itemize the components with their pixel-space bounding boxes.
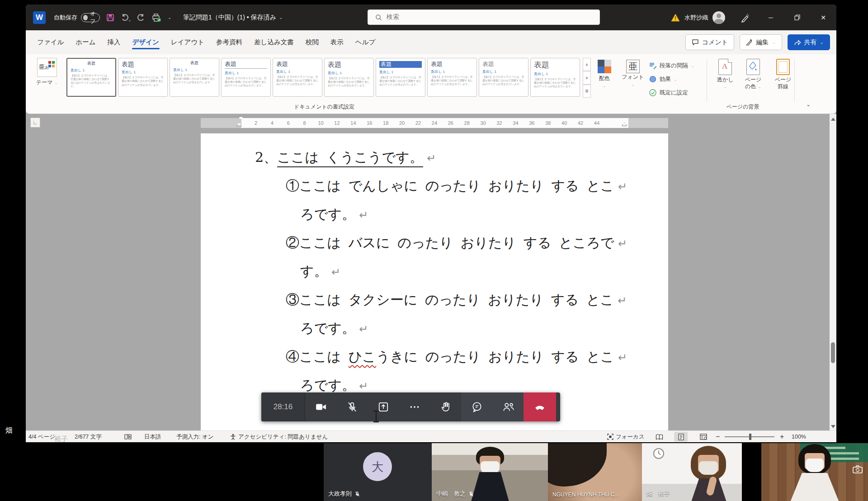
tab-デザイン[interactable]: デザイン — [127, 34, 165, 50]
paragraph-spacing-button[interactable]: 段落の間隔⌄ — [649, 60, 702, 71]
view-web-layout[interactable] — [697, 431, 710, 442]
page-indicator[interactable]: 4/4 ページ — [28, 431, 55, 442]
watermark-button[interactable]: A 透かし⌄ — [712, 59, 738, 90]
hangup-button[interactable] — [524, 392, 556, 421]
participant-tile[interactable]: NGUYEN HUYNH THU C... — [548, 443, 642, 501]
style-set-thumbnail[interactable]: 表題見出し 1【挿入】タブのギャラリーには、文書全体の体裁に合わせて調整するため… — [530, 58, 580, 97]
document-line: ④ここは ひこうきに のったり おりたり する とこ↵ — [286, 348, 627, 366]
style-set-thumbnail[interactable]: 表題見出し 1【挿入】タブのギャラリーには、文書全体の体裁に合わせて調整するため… — [427, 58, 477, 97]
participant-tile[interactable]: 大 大政孝則 — [324, 443, 432, 501]
style-set-thumbnail[interactable]: 表題見出し 1【挿入】タブのギャラリーには、文書全体の体裁に合わせて調整するため… — [479, 58, 528, 97]
mic-button[interactable] — [336, 392, 368, 421]
tab-差し込み文書[interactable]: 差し込み文書 — [248, 34, 300, 50]
horizontal-ruler[interactable]: 2468101214161820222426283032343638404244 — [201, 118, 668, 128]
tab-ファイル[interactable]: ファイル — [31, 34, 70, 50]
participant-tile[interactable]: 中嶋 教之 — [432, 443, 548, 501]
text-prediction-indicator[interactable]: 予測入力: オン — [176, 431, 214, 442]
share-button[interactable]: 共有⌄ — [788, 34, 830, 50]
search-input[interactable]: 検索 — [368, 9, 600, 25]
switch-camera-icon[interactable] — [852, 464, 863, 475]
document-line: ろです。↵ — [300, 319, 368, 338]
zoom-level[interactable]: 100% — [792, 431, 806, 442]
checkmark-icon — [649, 89, 657, 97]
word-logo-icon[interactable]: W — [33, 5, 46, 30]
toggle-switch[interactable]: オフ — [81, 13, 100, 22]
scrollbar-thumb[interactable] — [831, 342, 835, 363]
gallery-scroll-up[interactable]: ∧ — [583, 58, 591, 71]
zoom-in-button[interactable]: + — [780, 431, 784, 442]
focus-mode-button[interactable]: フォーカス — [607, 431, 645, 442]
language-indicator[interactable]: 日本語 — [144, 431, 161, 442]
ribbon-tab-row: ファイルホーム挿入デザインレイアウト参考資料差し込み文書校閲表示ヘルプ コメント… — [26, 30, 836, 54]
qat-more-icon[interactable]: ⌄ — [168, 15, 171, 20]
redo-icon[interactable] — [137, 14, 145, 22]
zoom-slider-thumb[interactable] — [749, 434, 751, 440]
document-title[interactable]: 筆記問題1（中国）(1) • 保存済み⌄ — [183, 5, 283, 30]
raise-hand-button[interactable] — [430, 392, 461, 421]
view-read-mode[interactable] — [652, 431, 666, 442]
set-as-default-button[interactable]: 既定に設定 — [649, 87, 702, 99]
restore-button[interactable] — [784, 5, 810, 30]
people-button[interactable] — [492, 392, 524, 421]
save-icon[interactable] — [106, 14, 114, 22]
account-area[interactable]: 水野沙織 — [671, 11, 725, 24]
left-indent-marker[interactable] — [237, 123, 241, 126]
vertical-scrollbar[interactable] — [830, 114, 836, 430]
gallery-more-icon[interactable]: ≣ — [583, 85, 591, 98]
style-set-gallery[interactable]: 表題見出し 1【挿入】タブのギャラリーには、文書全体の体裁に合わせて調整するため… — [66, 58, 581, 98]
camera-button[interactable] — [305, 392, 336, 421]
mic-muted-icon — [346, 401, 358, 413]
minimize-button[interactable]: ─ — [758, 5, 784, 30]
style-set-thumbnail[interactable]: 表題見出し 1【挿入】タブのギャラリーには、文書全体の体裁に合わせて調整するため… — [118, 58, 168, 97]
style-set-thumbnail[interactable]: 表題見出し 1【挿入】タブのギャラリーには、文書全体の体裁に合わせて調整するため… — [324, 58, 374, 97]
theme-fonts-button[interactable]: 亜 フォント⌄ — [621, 60, 645, 87]
themes-button[interactable]: 亜あ テーマ ⌄ — [34, 58, 60, 86]
effects-button[interactable]: 効果⌄ — [649, 73, 702, 85]
coaching-pen-icon[interactable] — [731, 5, 758, 30]
tab-ホーム[interactable]: ホーム — [70, 34, 101, 50]
print-icon[interactable] — [151, 13, 161, 22]
accessibility-status[interactable]: アクセシビリティ: 問題ありません — [230, 431, 328, 442]
scroll-down-icon[interactable] — [831, 425, 835, 428]
colors-icon — [598, 60, 611, 73]
scroll-up-icon[interactable] — [831, 118, 835, 121]
participant-tile[interactable] — [761, 443, 868, 501]
comment-icon — [692, 39, 699, 46]
tab-参考資料[interactable]: 参考資料 — [210, 34, 248, 50]
autosave-toggle[interactable]: 自動保存 オフ — [54, 5, 100, 30]
comments-button[interactable]: コメント — [685, 34, 734, 50]
undo-icon[interactable] — [121, 14, 131, 22]
style-set-thumbnail[interactable]: 表題見出し 1【挿入】タブのギャラリーには、文書全体の体裁に合わせて調整するため… — [273, 58, 322, 97]
chat-button[interactable] — [461, 392, 492, 421]
page-color-button[interactable]: ページの色 ⌄ — [740, 59, 766, 90]
mic-muted-icon — [468, 491, 474, 497]
proofing-icon[interactable] — [124, 431, 132, 442]
tab-レイアウト[interactable]: レイアウト — [165, 34, 210, 50]
theme-colors-button[interactable]: 配色⌄ — [592, 60, 617, 89]
collapse-ribbon-icon[interactable]: ⌄ — [806, 101, 811, 108]
tab-表示[interactable]: 表示 — [325, 34, 349, 50]
tab-ヘルプ[interactable]: ヘルプ — [349, 34, 382, 50]
editing-mode-button[interactable]: 編集⌄ — [740, 34, 782, 50]
style-set-thumbnail[interactable]: 表題見出し 1【挿入】タブのギャラリーには、文書全体の体裁に合わせて調整するため… — [66, 58, 116, 97]
page-color-icon — [746, 59, 760, 75]
style-set-thumbnail[interactable]: 表題見出し 1【挿入】タブのギャラリーには、文書全体の体裁に合わせて調整するため… — [221, 58, 271, 97]
style-set-thumbnail[interactable]: 表題見出し 1【挿入】タブのギャラリーには、文書全体の体裁に合わせて調整するため… — [376, 58, 425, 97]
document-page[interactable]: 2、ここは くうこうです。↵①ここは でんしゃに のったり おりたり する とこ… — [201, 133, 668, 430]
effects-icon — [649, 75, 657, 83]
word-count[interactable]: 2/677 文字 — [75, 431, 102, 442]
close-button[interactable]: ✕ — [810, 5, 836, 30]
tab-挿入[interactable]: 挿入 — [102, 34, 127, 50]
share-screen-button[interactable] — [368, 392, 399, 421]
more-options-button[interactable] — [399, 392, 430, 421]
paragraph-mark: ↵ — [359, 380, 368, 392]
participant-tile[interactable]: 畑 裕子 — [642, 443, 742, 501]
view-print-layout[interactable] — [674, 431, 688, 442]
style-set-thumbnail[interactable]: 表題見出し 1【挿入】タブのギャラリーには、文書全体の体裁に合わせて調整するため… — [170, 58, 219, 97]
zoom-out-button[interactable]: − — [716, 431, 720, 442]
gallery-scroll-down[interactable]: ∨ — [583, 71, 591, 84]
tab-stop-selector[interactable]: ∟ — [30, 118, 40, 128]
tab-校閲[interactable]: 校閲 — [300, 34, 325, 50]
avatar[interactable] — [712, 11, 725, 24]
page-borders-button[interactable]: ページ罫線 — [770, 59, 796, 90]
